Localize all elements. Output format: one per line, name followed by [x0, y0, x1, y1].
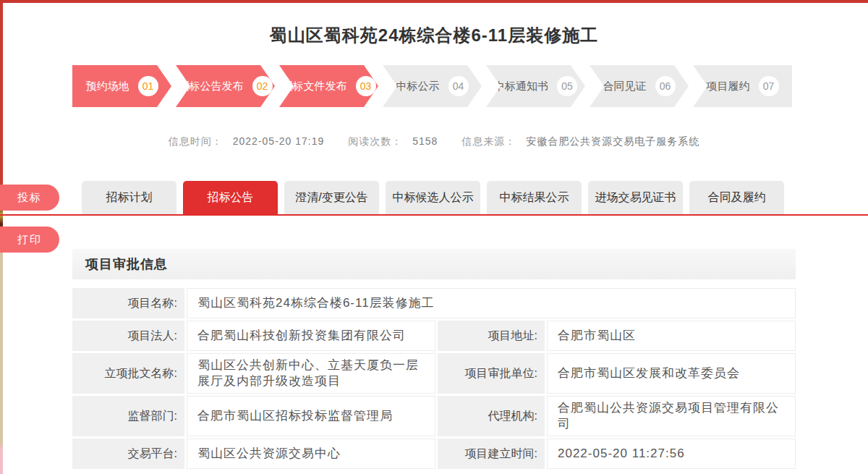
step-label: 中标公示: [396, 80, 440, 93]
step-number-badge: 07: [759, 76, 779, 96]
step-02: 招标公告发布02: [176, 65, 275, 107]
info-source-value: 安徽合肥公共资源交易电子服务系统: [526, 135, 699, 147]
step-number-badge: 04: [448, 76, 469, 96]
step-number-badge: 01: [138, 76, 158, 96]
field-label: 项目名称:: [72, 288, 184, 318]
field-label: 项目建立时间:: [438, 439, 545, 469]
field-label: 交易平台:: [72, 439, 184, 469]
tab-6[interactable]: 进场交易见证书: [588, 181, 683, 214]
tab-bar: 招标计划招标公告澄清/变更公告中标候选人公示中标结果公示进场交易见证书合同及履约: [82, 181, 784, 214]
table-row: 监督部门:合肥市蜀山区招标投标监督管理局代理机构:合肥蜀山公共资源交易项目管理有…: [72, 396, 796, 436]
top-red-bar: [0, 0, 868, 3]
tab-4[interactable]: 中标候选人公示: [386, 181, 480, 214]
step-01: 预约场地01: [72, 65, 171, 107]
tab-3[interactable]: 澄清/变更公告: [284, 181, 379, 214]
info-time-label: 信息时间：: [169, 135, 223, 147]
tab-underline: [0, 214, 868, 216]
print-button[interactable]: 打印: [0, 227, 59, 253]
info-bar: 信息时间：2022-05-20 17:19 阅读次数：5158 信息来源：安徽合…: [0, 135, 868, 148]
info-views-label: 阅读次数：: [348, 135, 402, 147]
field-value: 合肥市蜀山区: [547, 321, 796, 351]
table-row: 立项批文名称:蜀山区公共创新中心、立基天厦负一层展厅及内部升级改造项目项目审批单…: [72, 353, 796, 394]
step-label: 中标通知书: [494, 80, 548, 93]
step-label: 合同见证: [603, 80, 647, 93]
step-label: 预约场地: [86, 80, 129, 93]
section-header: 项目审批信息: [72, 249, 796, 279]
tab-1[interactable]: 招标计划: [82, 181, 176, 214]
step-number-badge: 05: [557, 76, 577, 96]
page: 蜀山区蜀科苑24栋综合楼6-11层装修施工 预约场地01招标公告发布02招标文件…: [0, 0, 868, 474]
field-value: 合肥蜀山公共资源交易项目管理有限公司: [547, 396, 796, 436]
step-07: 项目履约07: [693, 65, 792, 107]
progress-stepper: 预约场地01招标公告发布02招标文件发布03中标公示04中标通知书05合同见证0…: [72, 65, 792, 107]
field-label: 监督部门:: [72, 396, 184, 436]
field-value: 蜀山区公共资源交易中心: [187, 439, 435, 469]
tab-7[interactable]: 合同及履约: [689, 181, 784, 214]
step-number-badge: 02: [252, 76, 273, 96]
table-row: 项目名称:蜀山区蜀科苑24栋综合楼6-11层装修施工: [72, 288, 796, 318]
field-label: 代理机构:: [438, 396, 545, 436]
field-value: 合肥市蜀山区招标投标监督管理局: [187, 396, 435, 436]
step-number-badge: 06: [655, 76, 676, 96]
step-label: 招标文件发布: [282, 80, 347, 93]
step-04: 中标公示04: [383, 65, 482, 107]
field-value: 蜀山区蜀科苑24栋综合楼6-11层装修施工: [187, 288, 796, 318]
info-source-label: 信息来源：: [461, 135, 516, 147]
field-label: 项目地址:: [438, 321, 545, 351]
field-value: 合肥市蜀山区发展和改革委员会: [547, 353, 796, 394]
project-info-table: 项目名称:蜀山区蜀科苑24栋综合楼6-11层装修施工项目法人:合肥蜀山科技创新投…: [72, 288, 796, 471]
field-value: 合肥蜀山科技创新投资集团有限公司: [187, 321, 435, 351]
field-label: 项目审批单位:: [438, 353, 545, 394]
field-label: 项目法人:: [72, 321, 184, 351]
info-time-value: 2022-05-20 17:19: [233, 135, 325, 147]
page-title: 蜀山区蜀科苑24栋综合楼6-11层装修施工: [0, 24, 868, 47]
step-06: 合同见证06: [590, 65, 689, 107]
step-number-badge: 03: [356, 76, 376, 96]
table-row: 项目法人:合肥蜀山科技创新投资集团有限公司项目地址:合肥市蜀山区: [72, 321, 796, 351]
info-views-value: 5158: [412, 135, 438, 147]
step-label: 项目履约: [707, 80, 750, 93]
tab-2[interactable]: 招标公告: [183, 181, 278, 214]
field-value: 蜀山区公共创新中心、立基天厦负一层展厅及内部升级改造项目: [187, 353, 435, 394]
step-03: 招标文件发布03: [279, 65, 378, 107]
table-row: 交易平台:蜀山区公共资源交易中心项目建立时间:2022-05-20 11:27:…: [72, 439, 796, 469]
field-value: 2022-05-20 11:27:56: [547, 439, 796, 469]
section-title: 项目审批信息: [85, 255, 168, 273]
step-05: 中标通知书05: [486, 65, 585, 107]
tab-5[interactable]: 中标结果公示: [487, 181, 582, 214]
step-label: 招标公告发布: [179, 80, 244, 93]
field-label: 立项批文名称:: [72, 353, 184, 394]
bid-button[interactable]: 投标: [0, 185, 59, 211]
